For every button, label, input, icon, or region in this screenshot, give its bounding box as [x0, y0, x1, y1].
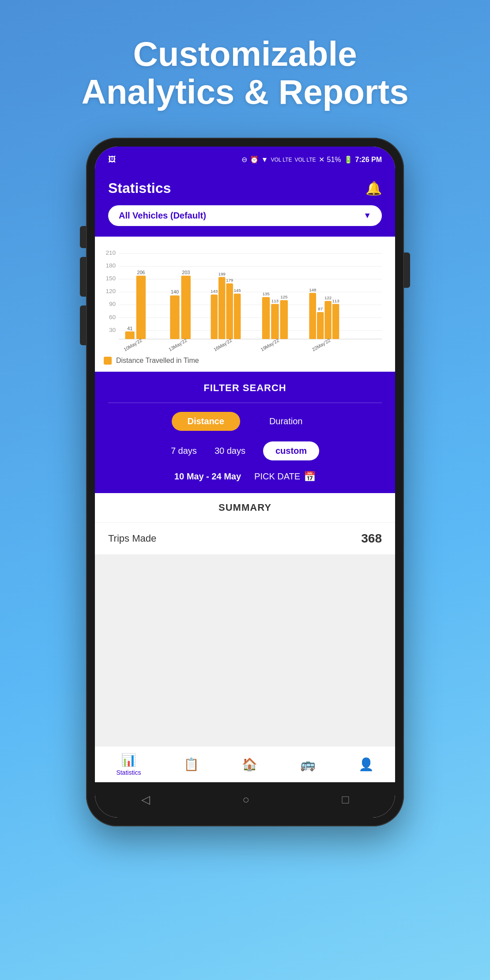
nav-profile[interactable]: 👤 — [358, 757, 374, 772]
svg-text:135: 135 — [262, 291, 269, 296]
svg-rect-34 — [262, 297, 270, 339]
notification-bell-icon[interactable]: 🔔 — [366, 181, 382, 196]
bar-chart: 210 180 150 120 90 60 30 41 — [104, 245, 386, 351]
chart-legend: Distance Travelled in Time — [104, 357, 386, 365]
svg-text:60: 60 — [109, 313, 116, 320]
svg-text:145: 145 — [234, 288, 241, 293]
hero-section: Customizable Analytics & Reports — [81, 0, 408, 138]
svg-text:180: 180 — [106, 262, 116, 269]
status-alarm: ⏰ — [250, 155, 259, 164]
svg-rect-47 — [332, 304, 339, 339]
svg-text:150: 150 — [106, 275, 116, 282]
home-nav-icon: 🏠 — [242, 757, 257, 772]
chart-card: 210 180 150 120 90 60 30 41 — [95, 237, 395, 372]
bottom-navigation: 📊 Statistics 📋 🏠 🚌 👤 — [95, 746, 395, 782]
svg-text:10May'22: 10May'22 — [123, 337, 143, 351]
pick-date-button[interactable]: PICK DATE 📅 — [254, 471, 316, 482]
status-left: 🖼 — [108, 155, 116, 164]
trips-made-row: Trips Made 368 — [95, 523, 395, 555]
nav-vehicle[interactable]: 🚌 — [300, 757, 316, 772]
svg-text:90: 90 — [109, 301, 116, 307]
svg-text:120: 120 — [106, 288, 116, 294]
svg-text:113: 113 — [271, 298, 279, 303]
statistics-nav-label: Statistics — [116, 769, 141, 776]
status-lte2: VOL LTE — [294, 157, 316, 163]
status-time: 7:26 PM — [355, 156, 382, 164]
svg-rect-22 — [181, 275, 191, 339]
statistics-nav-icon: 📊 — [121, 753, 136, 767]
custom-option[interactable]: custom — [263, 441, 319, 460]
svg-text:87: 87 — [318, 306, 323, 311]
hero-title: Customizable Analytics & Reports — [81, 35, 408, 111]
filter-title: FILTER SEARCH — [108, 382, 382, 394]
status-lte1: VOL LTE — [271, 157, 292, 163]
svg-text:140: 140 — [171, 289, 179, 294]
svg-text:41: 41 — [127, 325, 132, 331]
nav-home[interactable]: 🏠 — [242, 757, 257, 772]
svg-text:143: 143 — [211, 289, 218, 294]
nav-statistics[interactable]: 📊 Statistics — [116, 753, 141, 776]
svg-text:125: 125 — [280, 294, 287, 299]
trips-made-label: Trips Made — [108, 533, 156, 544]
power-button — [404, 253, 410, 288]
vehicle-nav-icon: 🚌 — [300, 757, 316, 772]
trips-made-value: 368 — [361, 531, 382, 546]
svg-rect-41 — [309, 293, 316, 339]
image-icon: 🖼 — [108, 155, 116, 164]
pick-date-label: PICK DATE — [254, 471, 300, 482]
svg-rect-31 — [234, 294, 241, 339]
svg-text:113: 113 — [332, 298, 339, 303]
svg-text:122: 122 — [324, 295, 332, 300]
summary-card: SUMMARY Trips Made 368 — [95, 493, 395, 555]
svg-rect-43 — [317, 312, 324, 339]
hardware-nav-bar: ◁ ○ □ — [95, 782, 395, 818]
phone-screen: 🖼 ⊖ ⏰ ▼ VOL LTE VOL LTE ✕ 51% 🔋 7:26 PM … — [95, 147, 395, 818]
side-button-1 — [80, 226, 86, 248]
7-days-option[interactable]: 7 days — [171, 446, 197, 456]
volume-down-button — [80, 305, 86, 345]
volume-up-button — [80, 257, 86, 297]
svg-rect-45 — [324, 301, 332, 339]
distance-tab[interactable]: Distance — [172, 412, 240, 431]
vehicle-dropdown[interactable]: All Vehicles (Default) ▼ — [108, 205, 382, 226]
profile-nav-icon: 👤 — [358, 757, 374, 772]
svg-rect-27 — [219, 277, 226, 339]
days-row: 7 days 30 days custom — [108, 441, 382, 460]
chevron-down-icon: ▼ — [363, 211, 371, 220]
nav-reports[interactable]: 📋 — [184, 757, 199, 772]
vehicle-dropdown-row: All Vehicles (Default) ▼ — [95, 205, 395, 237]
app-title: Statistics — [108, 180, 171, 196]
status-bar: 🖼 ⊖ ⏰ ▼ VOL LTE VOL LTE ✕ 51% 🔋 7:26 PM — [95, 147, 395, 173]
svg-rect-17 — [136, 275, 146, 339]
phone-shell: 🖼 ⊖ ⏰ ▼ VOL LTE VOL LTE ✕ 51% 🔋 7:26 PM … — [86, 138, 404, 826]
30-days-option[interactable]: 30 days — [215, 446, 245, 456]
summary-title: SUMMARY — [95, 493, 395, 523]
svg-rect-15 — [125, 331, 134, 339]
duration-tab[interactable]: Duration — [253, 412, 319, 431]
reports-nav-icon: 📋 — [184, 757, 199, 772]
status-signal: ⊖ — [241, 155, 247, 164]
svg-text:22May'22: 22May'22 — [311, 337, 332, 351]
filter-divider — [108, 403, 382, 403]
svg-rect-20 — [170, 295, 179, 339]
calendar-icon: 📅 — [304, 471, 316, 482]
svg-rect-29 — [226, 283, 233, 339]
dropdown-label: All Vehicles (Default) — [119, 211, 206, 221]
recent-apps-button[interactable]: □ — [342, 793, 349, 807]
svg-text:19May'22: 19May'22 — [260, 337, 280, 351]
home-button[interactable]: ○ — [242, 793, 249, 807]
legend-color-dot — [104, 357, 112, 365]
svg-rect-38 — [280, 300, 288, 339]
status-signal2: ✕ — [319, 155, 324, 164]
status-wifi: ▼ — [261, 156, 268, 164]
app-header: Statistics 🔔 — [95, 173, 395, 205]
svg-rect-36 — [271, 304, 279, 339]
back-button[interactable]: ◁ — [141, 793, 150, 807]
status-battery-pct: 51% — [327, 156, 341, 164]
status-battery-icon: 🔋 — [344, 155, 353, 164]
svg-text:30: 30 — [109, 326, 116, 333]
date-range-label: 10 May - 24 May — [174, 471, 241, 482]
svg-text:179: 179 — [226, 278, 233, 283]
svg-text:203: 203 — [182, 269, 190, 275]
svg-rect-25 — [211, 294, 218, 339]
